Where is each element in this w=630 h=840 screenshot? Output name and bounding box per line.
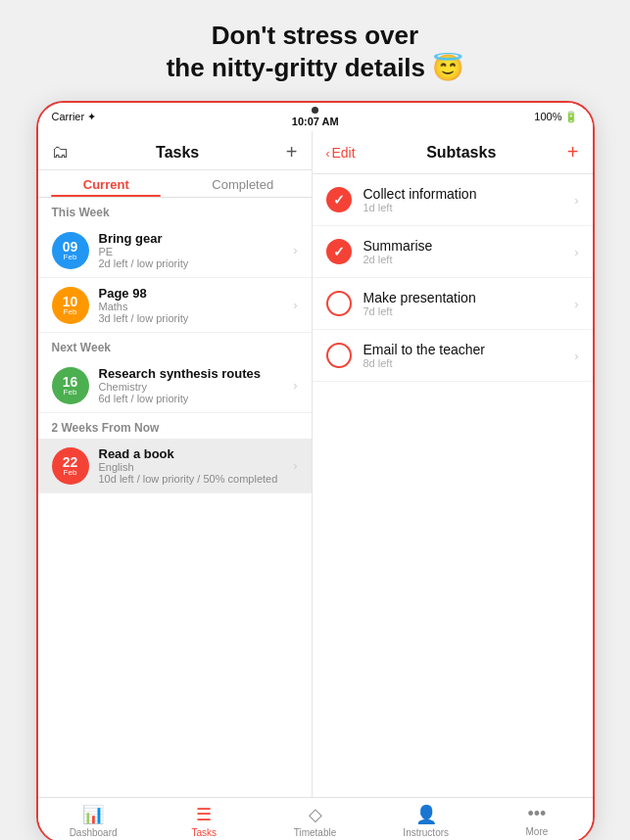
task-item[interactable]: 22 Feb Read a book English 10d left / lo… bbox=[38, 439, 312, 493]
time: 10:07 AM bbox=[292, 116, 339, 127]
tab-more[interactable]: ••• More bbox=[481, 804, 592, 838]
subtask-item[interactable]: Email to the teacher 8d left › bbox=[313, 330, 593, 382]
chevron-right-icon: › bbox=[293, 378, 297, 393]
battery: 100% 🔋 bbox=[534, 111, 578, 123]
subtask-item[interactable]: Collect information 1d left › bbox=[313, 174, 593, 226]
tab-timetable[interactable]: ◇ Timetable bbox=[260, 804, 370, 838]
edit-label: Edit bbox=[332, 145, 356, 161]
task-item[interactable]: 09 Feb Bring gear PE 2d left / low prior… bbox=[38, 223, 312, 278]
chevron-left-icon: ‹ bbox=[326, 147, 330, 161]
task-item[interactable]: 16 Feb Research synthesis routes Chemist… bbox=[38, 358, 312, 413]
section-next-week: Next Week bbox=[38, 333, 312, 358]
status-bar: Carrier ✦ 10:07 AM 100% 🔋 bbox=[38, 103, 593, 131]
add-subtask-button[interactable]: + bbox=[567, 141, 579, 163]
check-icon-checked[interactable] bbox=[326, 187, 352, 212]
chevron-right-icon: › bbox=[574, 193, 578, 208]
tasks-tabs: Current Completed bbox=[38, 170, 312, 198]
dashboard-icon: 📊 bbox=[82, 804, 104, 825]
more-icon: ••• bbox=[527, 804, 546, 824]
instructors-icon: 👤 bbox=[415, 804, 437, 825]
subtask-item[interactable]: Summarise 2d left › bbox=[313, 226, 593, 278]
camera-dot bbox=[312, 107, 318, 114]
edit-button[interactable]: ‹Edit bbox=[326, 144, 356, 162]
headline: Don't stress over the nitty-gritty detai… bbox=[167, 20, 464, 83]
chevron-right-icon: › bbox=[574, 349, 578, 363]
tab-tasks[interactable]: ☰ Tasks bbox=[149, 804, 260, 838]
bottom-tab-bar: 📊 Dashboard ☰ Tasks ◇ Timetable 👤 Instru… bbox=[38, 797, 593, 840]
device-frame: Carrier ✦ 10:07 AM 100% 🔋 🗂 Tasks + Curr… bbox=[36, 101, 595, 840]
task-date-badge: 09 Feb bbox=[52, 232, 89, 269]
right-panel: ‹Edit Subtasks + Collect information 1d … bbox=[313, 131, 593, 797]
chevron-right-icon: › bbox=[574, 297, 578, 311]
chevron-right-icon: › bbox=[293, 458, 297, 473]
left-header: 🗂 Tasks + bbox=[38, 131, 312, 170]
chevron-right-icon: › bbox=[574, 245, 578, 259]
task-item[interactable]: 10 Feb Page 98 Maths 3d left / low prior… bbox=[38, 278, 312, 333]
tab-current[interactable]: Current bbox=[38, 170, 175, 197]
section-2-weeks: 2 Weeks From Now bbox=[38, 413, 312, 439]
headline-line1: Don't stress over bbox=[212, 21, 418, 50]
subtasks-header: ‹Edit Subtasks + bbox=[313, 131, 593, 174]
tab-completed[interactable]: Completed bbox=[174, 170, 312, 197]
app-body: 🗂 Tasks + Current Completed This Week 09… bbox=[38, 131, 593, 797]
task-subject: Chemistry bbox=[99, 381, 294, 393]
subtask-item[interactable]: Make presentation 7d left › bbox=[313, 278, 593, 330]
left-panel: 🗂 Tasks + Current Completed This Week 09… bbox=[38, 131, 313, 797]
tab-dashboard[interactable]: 📊 Dashboard bbox=[38, 804, 149, 838]
add-task-button[interactable]: + bbox=[286, 141, 298, 163]
tab-instructors[interactable]: 👤 Instructors bbox=[370, 804, 481, 838]
folder-icon: 🗂 bbox=[52, 142, 70, 163]
chevron-right-icon: › bbox=[293, 298, 297, 312]
task-date-badge: 16 Feb bbox=[52, 367, 89, 404]
check-icon-unchecked[interactable] bbox=[326, 291, 352, 316]
timetable-icon: ◇ bbox=[309, 804, 322, 825]
carrier: Carrier ✦ bbox=[52, 111, 97, 123]
subtasks-title: Subtasks bbox=[426, 144, 496, 162]
tasks-icon: ☰ bbox=[196, 804, 212, 825]
task-date-badge: 22 Feb bbox=[52, 447, 89, 485]
task-date-badge: 10 Feb bbox=[52, 287, 89, 324]
chevron-right-icon: › bbox=[293, 243, 297, 257]
task-subject: PE bbox=[99, 246, 294, 257]
tasks-title: Tasks bbox=[156, 144, 199, 162]
section-this-week: This Week bbox=[38, 198, 312, 223]
check-icon-checked[interactable] bbox=[326, 239, 352, 264]
headline-line2: the nitty-gritty details 😇 bbox=[167, 53, 464, 82]
check-icon-unchecked[interactable] bbox=[326, 343, 352, 368]
task-subject: Maths bbox=[99, 301, 294, 312]
task-subject: English bbox=[99, 461, 294, 473]
